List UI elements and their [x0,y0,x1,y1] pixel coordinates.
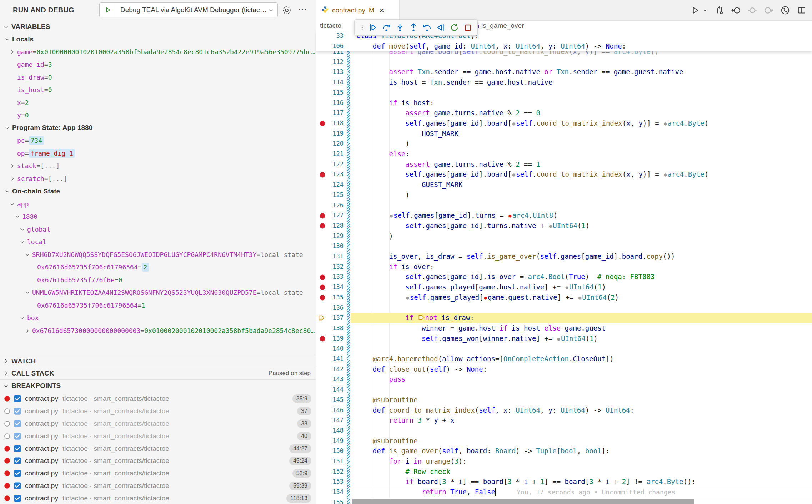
inline-breakpoint-gray-icon[interactable]: ● [405,295,410,300]
kv-box-game[interactable]: 0x67616d65730000000000000003 = 0x0100020… [0,324,316,337]
var-is-host[interactable]: is_host = 0 [0,84,316,96]
code-line-133[interactable]: 133 self.games[game_id].is_over = arc4.B… [316,272,812,282]
node-app[interactable]: app [0,198,316,211]
breakpoint-checkbox[interactable] [14,395,21,403]
scope-onchain-state[interactable]: On-chain State [0,185,316,198]
node-box[interactable]: box [0,312,316,324]
chevron-down-icon[interactable] [4,36,12,42]
restart-button[interactable] [447,21,461,34]
code-line-121[interactable]: 121 else: [316,149,812,159]
chevron-down-icon[interactable] [4,125,12,131]
breakpoint-checkbox[interactable] [14,482,21,490]
code-line-116[interactable]: 116 if is_host: [316,98,812,108]
chevron-right-icon[interactable] [9,163,17,169]
section-breakpoints[interactable]: BREAKPOINTS [0,379,316,392]
node-global[interactable]: global [0,223,316,236]
var-game-id[interactable]: game_id = 3 [0,58,316,71]
chevron-down-icon[interactable] [24,289,32,296]
chevron-down-icon[interactable] [4,188,12,194]
code-line-147[interactable]: 147 return 3 * y + x [316,415,812,425]
breakpoint-row[interactable]: contract.pytictactoe · smart_contracts/t… [0,467,316,480]
code-line-140[interactable]: 140 [316,343,812,354]
drag-handle-icon[interactable] [357,21,366,34]
var-is-draw[interactable]: is_draw = 0 [0,71,316,84]
debug-config-dropdown[interactable]: Debug TEAL via AlgoKit AVM Debugger (tic… [99,2,278,17]
sticky-line-106[interactable]: 106 def move(self, game_id: UInt64, x: U… [316,41,812,51]
code-line-149[interactable]: 149 @subroutine [316,436,812,446]
code-line-120[interactable]: 120 ) [316,138,812,149]
code-line-137[interactable]: 137 if not is_draw: [316,313,812,323]
inline-breakpoint-gray-icon[interactable]: ● [548,223,553,228]
run-chevron-icon[interactable] [702,6,708,15]
breakpoint-row[interactable]: contract.pytictactoe · smart_contracts/t… [0,393,316,405]
reverse-continue-button[interactable] [434,21,447,34]
inline-breakpoint-gray-icon[interactable]: ● [512,172,516,177]
chevron-down-icon[interactable] [14,213,22,220]
breakpoint-row[interactable]: contract.pytictactoe · smart_contracts/t… [0,480,316,492]
section-variables[interactable]: VARIABLES [0,21,316,33]
code-line-139[interactable]: 139 self.games_won[winner.native] += ●UI… [316,333,812,344]
inline-breakpoint-gray-icon[interactable]: ● [578,295,582,300]
code-area[interactable]: 111 assert game.board[self.coord_to_matr… [316,0,812,504]
var-stack[interactable]: stack = [...] [0,160,316,172]
breakpoint-checkbox[interactable] [14,420,21,428]
code-line-128[interactable]: 128 self.games[game_id].turns.native + ●… [316,221,812,231]
code-line-144[interactable]: 144 [316,384,812,395]
nav-back-icon[interactable] [731,6,741,15]
code-line-127[interactable]: 127 ●self.games[game_id].turns = ●arc4.U… [316,210,812,221]
code-line-154[interactable]: 154 return True, FalseYou, 17 seconds ag… [316,487,812,497]
step-into-button[interactable] [393,21,407,34]
node-account-2[interactable]: UNML6W5NVHRIKTEOZAA4NI2SWQROSGNFNY2QS523… [0,286,316,299]
inline-breakpoint-red-icon[interactable]: ● [483,295,488,300]
code-line-148[interactable]: 148 [316,425,812,436]
start-debugging-icon[interactable] [100,3,116,17]
scope-program-state[interactable]: Program State: App 1880 [0,122,316,135]
chevron-down-icon[interactable] [19,239,27,245]
more-actions-icon[interactable]: ⋯ [298,4,307,15]
breakpoint-row[interactable]: contract.pytictactoe · smart_contracts/t… [0,418,316,430]
code-line-129[interactable]: 129 ) [316,231,812,241]
gear-icon[interactable] [282,5,292,15]
breakpoint-row[interactable]: contract.pytictactoe · smart_contracts/t… [0,442,316,455]
code-line-153[interactable]: 153 if board[3 * i] == board[3 * i + 1] … [316,477,812,487]
code-line-113[interactable]: 113 assert Txn.sender == game.host.nativ… [316,67,812,77]
var-scratch[interactable]: scratch = [...] [0,172,316,185]
var-y[interactable]: y = 0 [0,109,316,122]
scope-locals[interactable]: Locals [0,33,316,46]
compare-changes-icon[interactable] [715,6,724,15]
code-line-150[interactable]: 150 def is_game_over(self, board: Board)… [316,446,812,456]
code-line-136[interactable]: 136 [316,303,812,313]
chevron-down-icon[interactable] [24,252,32,258]
chevron-down-icon[interactable] [19,315,27,321]
var-op[interactable]: op = frame_dig 1 [0,147,316,160]
breakpoint-checkbox[interactable] [14,457,21,465]
breakpoint-row[interactable]: contract.pytictactoe · smart_contracts/t… [0,430,316,442]
code-line-130[interactable]: 130 [316,241,812,251]
kv-games-played-1[interactable]: 0x67616d65735f706c61796564 = 2 [0,261,316,274]
tab-contract-py[interactable]: contract.py M × [316,0,400,21]
section-call-stack[interactable]: CALL STACK Paused on step [0,367,316,379]
inline-breakpoint-gray-icon[interactable]: ● [389,213,394,218]
run-icon[interactable] [691,6,700,15]
code-line-123[interactable]: 123 self.games[game_id].board[●self.coor… [316,169,812,180]
step-out-button[interactable] [407,21,420,34]
inline-breakpoint-gray-icon[interactable]: ● [663,172,667,177]
breakpoint-row[interactable]: contract.pytictactoe · smart_contracts/t… [0,405,316,418]
breakpoint-row[interactable]: contract.pytictactoe · smart_contracts/t… [0,492,316,504]
code-line-119[interactable]: 119 HOST_MARK [316,128,812,139]
chevron-down-icon[interactable] [19,226,27,232]
code-line-118[interactable]: 118 self.games[game_id].board[●self.coor… [316,118,812,128]
chevron-right-icon[interactable] [9,49,17,55]
inline-breakpoint-gray-icon[interactable]: ● [663,121,667,126]
code-line-125[interactable]: 125 ) [316,190,812,200]
breakpoint-checkbox[interactable] [14,469,21,477]
code-line-122[interactable]: 122 assert game.turns.native % 2 == 1 [316,159,812,170]
code-line-134[interactable]: 134 self.games_played[game.host.native] … [316,282,812,292]
horizontal-scrollbar[interactable] [352,499,694,504]
code-line-152[interactable]: 152 # Row check [316,467,812,477]
split-editor-icon[interactable] [797,6,806,15]
chevron-down-icon[interactable] [9,201,17,207]
breakpoint-checkbox[interactable] [14,407,21,415]
step-over-button[interactable] [380,21,393,34]
chevron-right-icon[interactable] [9,176,17,182]
